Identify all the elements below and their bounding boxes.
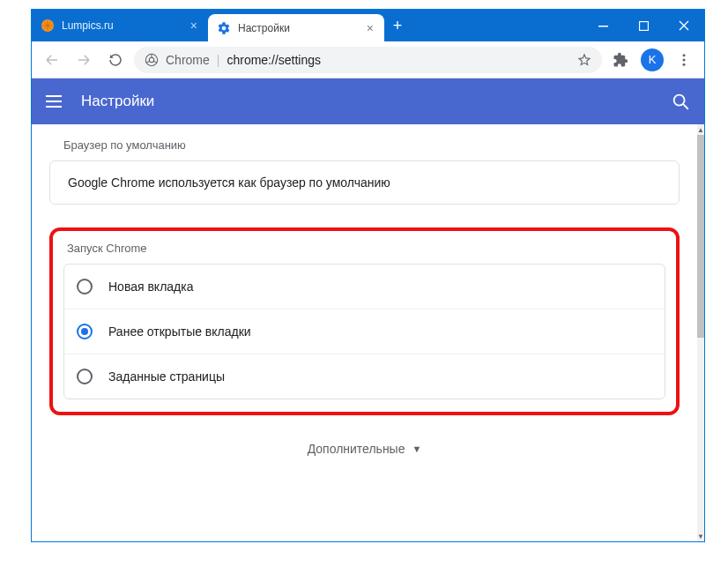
svg-point-4 <box>149 57 153 62</box>
profile-button[interactable]: K <box>639 47 665 73</box>
bookmark-star-button[interactable] <box>577 53 591 67</box>
advanced-label: Дополнительные <box>308 442 405 456</box>
radio-icon <box>77 324 93 339</box>
close-window-button[interactable] <box>664 10 704 41</box>
radio-icon <box>77 279 93 294</box>
search-icon <box>671 92 690 111</box>
gear-icon <box>217 21 231 35</box>
reload-button[interactable] <box>102 47 129 73</box>
hamburger-menu-button[interactable] <box>46 91 67 112</box>
close-icon[interactable]: × <box>365 21 375 35</box>
star-icon <box>577 53 591 67</box>
tab-strip: Lumpics.ru × Настройки × + <box>32 10 704 41</box>
chevron-down-icon: ▼ <box>412 444 421 454</box>
radio-label: Новая вкладка <box>108 280 194 294</box>
svg-rect-2 <box>639 21 648 30</box>
search-settings-button[interactable] <box>671 92 690 111</box>
radio-label: Ранее открытые вкладки <box>108 324 251 339</box>
close-icon[interactable]: × <box>189 19 199 33</box>
maximize-icon <box>639 21 649 31</box>
tab-label: Lumpics.ru <box>62 19 114 32</box>
startup-option-new-tab[interactable]: Новая вкладка <box>64 265 665 309</box>
svg-point-5 <box>683 54 686 56</box>
avatar: K <box>641 48 664 71</box>
omnibox-site-label: Chrome <box>166 53 210 67</box>
settings-scroll-area: Браузер по умолчанию Google Chrome испол… <box>32 124 697 541</box>
arrow-left-icon <box>44 52 60 68</box>
radio-icon <box>77 369 93 384</box>
svg-rect-1 <box>598 26 608 27</box>
scroll-up-arrow-icon[interactable]: ▲ <box>697 124 704 135</box>
close-icon <box>679 20 689 31</box>
startup-radio-list: Новая вкладка Ранее открытые вкладки Зад… <box>63 264 665 399</box>
lumpics-favicon-icon <box>41 19 55 33</box>
back-button[interactable] <box>39 47 65 73</box>
settings-title: Настройки <box>81 93 154 110</box>
settings-header: Настройки <box>32 78 704 124</box>
default-browser-section-label: Браузер по умолчанию <box>63 138 680 152</box>
scroll-down-arrow-icon[interactable]: ▼ <box>697 531 704 541</box>
minimize-icon <box>598 21 608 31</box>
maximize-button[interactable] <box>623 10 664 41</box>
kebab-icon <box>676 52 692 68</box>
browser-toolbar: Chrome | chrome://settings K <box>32 41 704 78</box>
browser-window: Lumpics.ru × Настройки × + <box>31 9 705 542</box>
settings-content: ▲ ▼ Браузер по умолчанию Google Chrome и… <box>32 124 704 541</box>
tab-label: Настройки <box>238 22 290 34</box>
extensions-button[interactable] <box>607 47 634 73</box>
reload-icon <box>108 52 123 68</box>
new-tab-button[interactable]: + <box>384 10 411 41</box>
tab-settings[interactable]: Настройки × <box>208 14 384 41</box>
tab-lumpics[interactable]: Lumpics.ru × <box>32 10 208 41</box>
omnibox-url: chrome://settings <box>227 53 321 67</box>
svg-point-6 <box>683 58 686 61</box>
arrow-right-icon <box>76 52 92 68</box>
puzzle-icon <box>613 52 628 68</box>
startup-option-continue[interactable]: Ранее открытые вкладки <box>64 309 665 354</box>
default-browser-status: Google Chrome используется как браузер п… <box>50 161 679 204</box>
omnibox-divider: | <box>217 53 220 67</box>
advanced-toggle[interactable]: Дополнительные ▼ <box>49 442 680 456</box>
kebab-menu-button[interactable] <box>671 47 697 73</box>
svg-point-7 <box>683 63 686 65</box>
startup-section-label: Запуск Chrome <box>67 242 665 255</box>
scrollbar-thumb[interactable] <box>697 135 704 338</box>
forward-button[interactable] <box>71 47 97 73</box>
svg-point-8 <box>674 95 685 106</box>
startup-highlight-box: Запуск Chrome Новая вкладка Ранее открыт… <box>49 227 680 415</box>
default-browser-card: Google Chrome используется как браузер п… <box>49 160 680 205</box>
address-bar[interactable]: Chrome | chrome://settings <box>134 47 602 73</box>
window-controls <box>583 10 704 41</box>
startup-option-specific-pages[interactable]: Заданные страницы <box>64 354 665 399</box>
radio-label: Заданные страницы <box>108 369 225 384</box>
chrome-logo-icon <box>145 53 159 67</box>
minimize-button[interactable] <box>583 10 623 41</box>
